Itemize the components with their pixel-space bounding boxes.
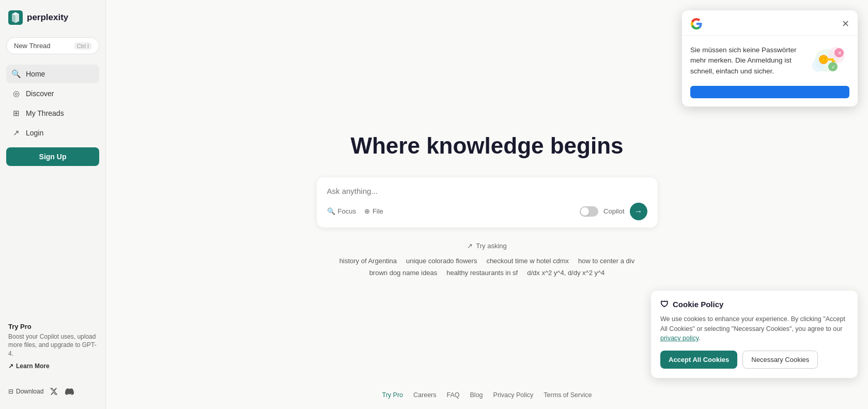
necessary-cookies-button[interactable]: Necessary Cookies — [742, 351, 818, 369]
suggestion-chip[interactable]: how to center a div — [578, 257, 634, 265]
login-icon: ↗ — [11, 128, 21, 138]
try-asking-icon: ↗ — [467, 242, 473, 250]
logo-icon — [8, 10, 23, 25]
focus-icon: 🔍 — [327, 207, 335, 215]
footer-link-blog[interactable]: Blog — [470, 391, 483, 399]
svg-rect-8 — [834, 60, 835, 62]
learn-more-link[interactable]: ↗ Learn More — [8, 362, 97, 370]
sidebar-item-label: Home — [26, 70, 45, 78]
suggestion-chip[interactable]: brown dog name ideas — [369, 269, 438, 277]
home-icon: 🔍 — [11, 69, 21, 79]
svg-text:✓: ✓ — [831, 64, 835, 70]
hero-title: Where knowledge begins — [350, 133, 623, 159]
suggestion-chip[interactable]: d/dx x^2 y^4, d/dy x^2 y^4 — [527, 269, 605, 277]
popup-header: ✕ — [682, 10, 858, 36]
submit-button[interactable]: → — [630, 203, 647, 220]
download-button[interactable]: ⊟ Download — [8, 388, 43, 395]
sidebar-item-label: Discover — [26, 89, 54, 98]
sidebar-bottom: Try Pro Boost your Copilot uses, upload … — [6, 310, 99, 401]
download-icon: ⊟ — [8, 388, 13, 395]
footer-link-terms[interactable]: Terms of Service — [544, 391, 592, 399]
logo: perplexity — [6, 8, 99, 27]
privacy-policy-link[interactable]: privacy policy — [660, 335, 699, 342]
sidebar-item-discover[interactable]: ◎ Discover — [6, 84, 99, 103]
try-asking[interactable]: ↗ Try asking — [467, 242, 506, 250]
svg-point-4 — [819, 55, 828, 64]
sidebar-item-label: My Threads — [26, 109, 64, 117]
sidebar-item-label: Login — [26, 129, 43, 137]
svg-text:✕: ✕ — [838, 50, 842, 56]
cookie-buttons: Accept All Cookies Necessary Cookies — [660, 351, 848, 369]
search-input[interactable] — [327, 187, 647, 195]
suggestion-chip[interactable]: checkout time w hotel cdmx — [486, 257, 569, 265]
suggestions: history of Argentina unique colorado flo… — [306, 257, 668, 277]
page-footer: Try Pro Careers FAQ Blog Privacy Policy … — [382, 391, 592, 399]
file-icon: ⊕ — [364, 207, 370, 215]
cookie-banner: 🛡 Cookie Policy We use cookies to enhanc… — [651, 291, 858, 378]
bottom-icons: ⊟ Download — [6, 382, 99, 401]
popup-text: Sie müssen sich keine Passwörter mehr me… — [690, 45, 800, 77]
search-box: 🔍 Focus ⊕ File Copilot → — [317, 177, 658, 228]
try-pro-section: Try Pro Boost your Copilot uses, upload … — [6, 319, 99, 374]
discover-icon: ◎ — [11, 89, 21, 98]
accept-cookies-button[interactable]: Accept All Cookies — [660, 351, 737, 369]
google-cta-button[interactable] — [690, 86, 849, 98]
sign-up-button[interactable]: Sign Up — [6, 147, 99, 166]
sidebar-item-home[interactable]: 🔍 Home — [6, 65, 99, 83]
cookie-text: We use cookies to enhance your experienc… — [660, 314, 848, 343]
suggestion-chip[interactable]: history of Argentina — [339, 257, 397, 265]
footer-link-faq[interactable]: FAQ — [447, 391, 460, 399]
cookie-title: 🛡 Cookie Policy — [660, 300, 848, 309]
main-content: ✕ Sie müssen sich keine Passwörter mehr … — [106, 0, 868, 409]
suggestion-chip[interactable]: unique colorado flowers — [406, 257, 477, 265]
file-button[interactable]: ⊕ File — [364, 207, 383, 215]
copilot-toggle[interactable] — [580, 206, 598, 217]
sidebar-item-my-threads[interactable]: ⊞ My Threads — [6, 104, 99, 123]
google-password-popup: ✕ Sie müssen sich keine Passwörter mehr … — [682, 10, 858, 107]
arrow-icon: → — [634, 207, 643, 216]
app-name: perplexity — [27, 12, 68, 23]
focus-button[interactable]: 🔍 Focus — [327, 207, 356, 215]
toolbar-right: Copilot → — [580, 203, 647, 220]
cookie-icon: 🛡 — [660, 300, 669, 309]
discord-icon[interactable] — [64, 386, 74, 397]
popup-body: Sie müssen sich keine Passwörter mehr me… — [682, 36, 858, 86]
sidebar: perplexity New Thread Ctrl I 🔍 Home ◎ Di… — [0, 0, 106, 409]
copilot-label: Copilot — [603, 207, 624, 215]
toggle-thumb — [581, 207, 589, 216]
suggestion-chip[interactable]: healthy restaurants in sf — [446, 269, 518, 277]
new-thread-button[interactable]: New Thread Ctrl I — [6, 37, 99, 54]
sidebar-item-login[interactable]: ↗ Login — [6, 124, 99, 142]
footer-link-privacy[interactable]: Privacy Policy — [493, 391, 534, 399]
popup-illustration: ✕ ✓ — [808, 45, 849, 76]
twitter-icon[interactable] — [49, 386, 59, 397]
search-toolbar: 🔍 Focus ⊕ File Copilot → — [327, 203, 647, 220]
footer-link-try-pro[interactable]: Try Pro — [382, 391, 404, 399]
close-popup-button[interactable]: ✕ — [842, 19, 849, 28]
google-logo — [690, 18, 703, 30]
svg-rect-6 — [827, 58, 834, 60]
try-pro-title: Try Pro — [8, 323, 97, 330]
toolbar-left: 🔍 Focus ⊕ File — [327, 207, 383, 215]
footer-link-careers[interactable]: Careers — [413, 391, 436, 399]
threads-icon: ⊞ — [11, 109, 21, 118]
try-pro-description: Boost your Copilot uses, upload more fil… — [8, 332, 97, 358]
